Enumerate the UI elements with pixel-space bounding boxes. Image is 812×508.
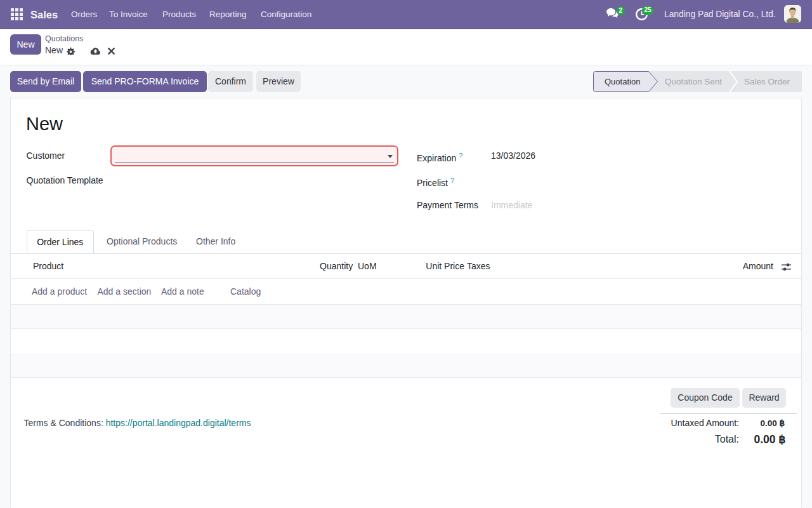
svg-text:Sales Order: Sales Order (744, 77, 790, 86)
svg-text:Quotation: Quotation (605, 77, 640, 86)
svg-text:Quotation Sent: Quotation Sent (665, 77, 722, 86)
